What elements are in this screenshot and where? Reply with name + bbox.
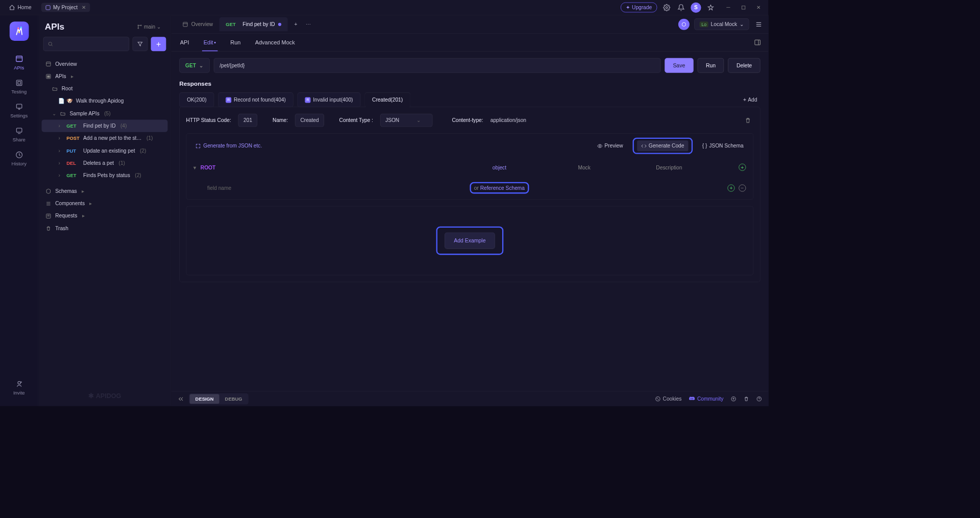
tree-sample-apis[interactable]: ⌄ Sample APIs (5) [42,107,168,119]
trash-footer-button[interactable] [744,396,749,402]
home-button[interactable]: Home [5,3,35,12]
tree-endpoint-2[interactable]: › PUT Update an existing pet (2) [42,144,168,157]
cookies-button[interactable]: Cookies [655,396,682,402]
app-logo[interactable] [9,21,29,41]
svg-rect-8 [18,82,20,84]
subtab-edit-label: Edit [204,39,213,46]
resp-tab-0[interactable]: OK(200) [179,92,214,107]
name-input[interactable]: Created [295,114,324,127]
tree-walkthrough[interactable]: 📄 🐶 Walk through Apidog [42,95,168,107]
panel-toggle-button[interactable] [754,39,761,46]
generate-json-button[interactable]: Generate from JSON etc. [192,141,265,151]
tab-overview[interactable]: Overview [176,17,219,31]
tree-apis-section[interactable]: 96 APIs ▸ [42,70,168,82]
tree-root-folder[interactable]: Root [42,83,168,95]
settings-icon[interactable] [662,3,672,12]
ai-button[interactable] [678,18,690,30]
close-icon[interactable]: ✕ [82,5,86,11]
project-tab[interactable]: My Project ✕ [41,3,90,12]
tree-endpoint-3[interactable]: › DEL Deletes a pet (1) [42,157,168,169]
pin-icon[interactable] [706,3,716,12]
design-mode-button[interactable]: DESIGN [190,394,219,404]
delete-button[interactable]: Delete [728,58,760,73]
tab-find-pet[interactable]: GET Find pet by ID [219,17,288,31]
method-badge: GET [66,172,80,178]
name-value: Created [300,117,318,124]
tree-trash[interactable]: Trash [42,222,168,234]
bell-icon[interactable] [676,3,686,12]
subtab-api[interactable]: API [179,34,191,51]
response-detail: HTTP Status Code: 201 Name: Created Cont… [179,107,760,282]
resp-tab-1[interactable]: R Record not found(404) [218,92,293,107]
branch-selector[interactable]: main ⌄ [134,22,165,32]
upgrade-button[interactable]: ✦ Upgrade [621,3,657,13]
subtab-advanced[interactable]: Advanced Mock [254,34,297,51]
remove-field-button[interactable]: − [739,184,746,191]
add-example-button[interactable]: Add Example [445,233,495,249]
tree-components[interactable]: Components ▸ [42,198,168,210]
resp-tab-label: Invalid input(400) [313,97,353,103]
tree-schemas[interactable]: Schemas ▸ [42,185,168,197]
tree-endpoint-0[interactable]: › GET Find pet by ID (4) [42,119,168,132]
overview-icon [45,61,52,67]
share-icon [15,127,23,135]
url-input[interactable]: /pet/{petId} [213,58,660,73]
search-input[interactable] [43,37,130,51]
rail-settings[interactable]: Settings [0,98,38,122]
rail-history[interactable]: History [0,146,38,170]
add-field-button[interactable]: + [727,184,734,191]
resp-tab-3[interactable]: Created(201) [364,92,410,107]
debug-mode-button[interactable]: DEBUG [219,394,248,404]
field-name-input[interactable]: field name [206,183,233,192]
preview-button[interactable]: Preview [593,140,627,151]
minimize-icon[interactable]: ─ [723,3,733,12]
subtab-run[interactable]: Run [229,34,242,51]
url-path: /pet/{petId} [219,62,244,68]
json-schema-button[interactable]: { } JSON Schema [698,140,748,151]
generate-code-label: Generate Code [649,143,684,149]
filter-button[interactable] [133,37,148,51]
add-field-button[interactable]: + [739,164,746,171]
tree-overview[interactable]: Overview [42,58,168,70]
schema-root[interactable]: ▾ ROOT [193,164,454,170]
new-tab-button[interactable]: + [291,19,301,29]
rail-testing[interactable]: Testing [0,75,38,98]
maximize-icon[interactable] [739,3,748,12]
rail-apis[interactable]: APIs [0,51,38,75]
menu-button[interactable] [754,19,764,29]
method-selector[interactable]: GET ⌄ [179,58,209,73]
avatar[interactable]: S [691,2,701,12]
environment-selector[interactable]: Lo Local Mock ⌄ [694,18,749,30]
subtab-edit[interactable]: Edit• [202,34,218,51]
save-button[interactable]: Save [665,58,694,73]
community-button[interactable]: Community [689,396,723,402]
reference-schema-button[interactable]: Reference Schema [480,185,525,191]
rail-history-label: History [12,161,27,166]
help-button[interactable] [756,396,762,402]
close-window-icon[interactable]: ✕ [754,3,764,12]
run-button[interactable]: Run [698,58,724,73]
doc-icon: 📄 🐶 [58,98,72,104]
rail-share[interactable]: Share [0,122,38,146]
add-response-label: Add [748,97,757,103]
add-response-button[interactable]: + Add [740,93,761,106]
tree-endpoint-1[interactable]: › POST Add a new pet to the st… (1) [42,132,168,144]
add-button[interactable]: + [151,37,166,51]
footer: DESIGN DEBUG Cookies Community [172,391,769,406]
type-column[interactable]: object [459,164,540,170]
collapse-icon[interactable] [178,396,184,402]
tab-menu-button[interactable]: ⋯ [304,19,313,29]
tree-requests[interactable]: Requests ▸ [42,210,168,222]
upload-button[interactable] [731,396,737,402]
delete-response-button[interactable] [742,115,753,126]
resp-tab-2[interactable]: R Invalid input(400) [298,92,361,107]
rail-invite[interactable]: Invite [0,376,38,400]
svg-point-16 [140,25,141,26]
status-code-input[interactable]: 201 [238,114,257,127]
content-type-select[interactable]: JSON ⌄ [380,114,433,127]
tree-endpoint-4[interactable]: › GET Finds Pets by status (2) [42,169,168,182]
generate-code-button[interactable]: Generate Code [637,140,688,151]
env-label: Local Mock [711,21,738,28]
chevron-down-icon: ⌄ [199,62,204,68]
upload-icon [731,396,737,402]
